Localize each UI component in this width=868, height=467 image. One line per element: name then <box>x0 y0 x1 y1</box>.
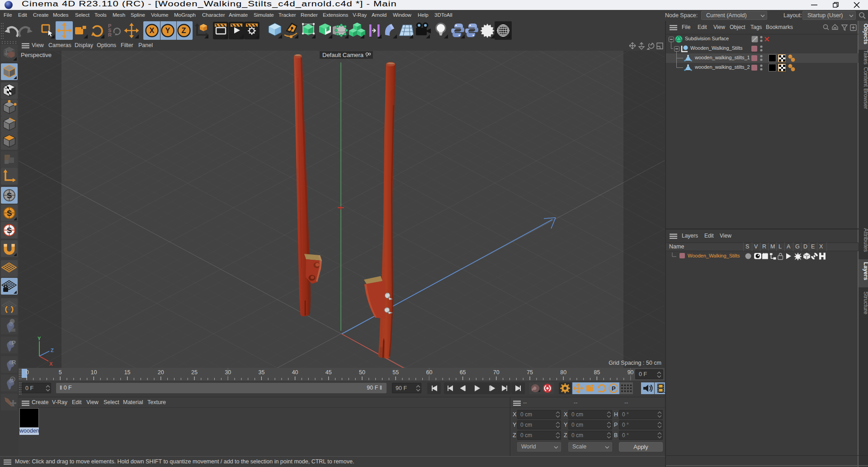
svg-text:Y: Y <box>38 336 41 341</box>
svg-text:Z: Z <box>182 27 186 34</box>
svg-text:Z: Z <box>51 348 54 353</box>
svg-text:X: X <box>49 361 53 367</box>
svg-text:S: S <box>7 226 12 235</box>
svg-text:P: P <box>12 339 16 346</box>
svg-text:P: P <box>612 385 616 392</box>
svg-text:25: 25 <box>191 369 198 376</box>
svg-text:70: 70 <box>493 369 500 376</box>
svg-text:0: 0 <box>26 369 29 376</box>
svg-text:45: 45 <box>326 369 332 376</box>
svg-text:75: 75 <box>527 369 533 376</box>
svg-text:50: 50 <box>359 369 365 376</box>
svg-text:65: 65 <box>460 369 466 376</box>
svg-text:5: 5 <box>59 369 62 376</box>
svg-text:55: 55 <box>392 369 399 376</box>
svg-text:85: 85 <box>594 369 600 376</box>
svg-text:20: 20 <box>158 369 164 376</box>
svg-text:15: 15 <box>124 369 131 376</box>
svg-text:S: S <box>7 191 12 200</box>
svg-text:40: 40 <box>292 369 298 376</box>
svg-text:S: S <box>7 209 12 218</box>
svg-text:R: R <box>108 32 112 38</box>
svg-text:80: 80 <box>560 369 566 376</box>
svg-text:10: 10 <box>90 369 97 376</box>
svg-text:R: R <box>12 359 16 366</box>
svg-text:X: X <box>150 27 155 34</box>
svg-text:Y: Y <box>165 27 170 34</box>
svg-text:35: 35 <box>258 369 264 376</box>
